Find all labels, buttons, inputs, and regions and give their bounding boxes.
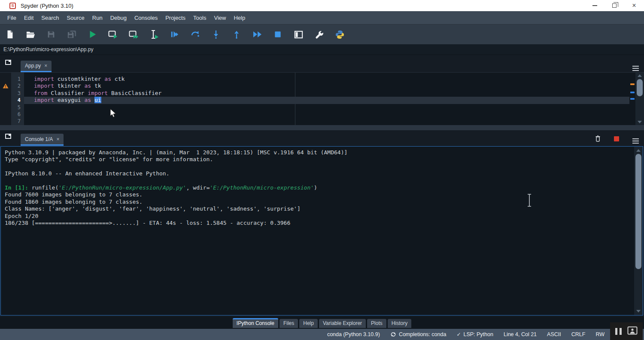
- console-scrollbar-thumb[interactable]: [635, 154, 641, 269]
- scroll-up-icon[interactable]: [638, 74, 642, 77]
- title-bar: S Spyder (Python 3.10) ×: [0, 0, 644, 11]
- pause-button[interactable]: [615, 328, 622, 335]
- minimize-button[interactable]: [585, 0, 605, 11]
- panel-tab-files[interactable]: Files: [279, 319, 298, 328]
- editor-options-button[interactable]: [630, 61, 641, 71]
- open-file-button[interactable]: [24, 27, 37, 42]
- console-text: 'E:/PythonRun/micro-expression': [210, 184, 314, 191]
- scroll-down-icon[interactable]: [636, 310, 641, 312]
- console-options-button[interactable]: [630, 134, 641, 144]
- console-text: Type "copyright", "credits" or "license"…: [5, 156, 213, 162]
- code-token: import: [34, 97, 58, 103]
- marker-flag[interactable]: [630, 98, 635, 100]
- menu-run[interactable]: Run: [88, 11, 106, 25]
- menu-consoles[interactable]: Consoles: [131, 11, 161, 25]
- editor-scrollbar-thumb[interactable]: [637, 79, 643, 96]
- console-line: Found 7600 images belonging to 7 classes…: [5, 191, 634, 198]
- marker-flag[interactable]: [630, 92, 635, 93]
- python-environment-button[interactable]: [333, 27, 346, 42]
- editor-scrollbar[interactable]: [635, 73, 644, 125]
- scroll-up-icon[interactable]: [636, 149, 641, 152]
- code-token: ctk: [115, 76, 125, 82]
- console-line: Found 1860 images belonging to 7 classes…: [5, 199, 634, 205]
- menu-edit[interactable]: Edit: [20, 11, 37, 25]
- menu-debug[interactable]: Debug: [106, 11, 131, 25]
- panel-tab-variable-explorer[interactable]: Variable Explorer: [319, 319, 366, 328]
- run-cell-button[interactable]: [106, 27, 120, 42]
- debug-file-button[interactable]: [168, 27, 182, 42]
- new-file-button[interactable]: [3, 27, 17, 42]
- step-return-button[interactable]: [230, 27, 243, 42]
- menu-search[interactable]: Search: [37, 11, 63, 25]
- close-console-icon[interactable]: ×: [56, 136, 59, 142]
- selected-text: ui: [94, 97, 101, 103]
- console-line: Type "copyright", "credits" or "license"…: [5, 156, 634, 163]
- status-rw: RW: [595, 331, 605, 337]
- editor-tab-apppy[interactable]: App.py ×: [21, 61, 52, 72]
- console-text: In [1]:: [5, 184, 32, 191]
- picture-in-picture-button[interactable]: [627, 326, 638, 337]
- preferences-button[interactable]: [312, 27, 326, 42]
- ipython-console[interactable]: Python 3.10.9 | packaged by Anaconda, In…: [0, 146, 643, 315]
- menu-file[interactable]: File: [3, 11, 20, 25]
- console-output[interactable]: Python 3.10.9 | packaged by Anaconda, In…: [1, 147, 634, 315]
- save-all-button[interactable]: [65, 27, 79, 42]
- interrupt-kernel-button[interactable]: [611, 134, 622, 144]
- pane-splitter[interactable]: [0, 125, 644, 130]
- run-cell-icon: [108, 29, 118, 40]
- menu-view[interactable]: View: [210, 11, 230, 25]
- panel-tab-history[interactable]: History: [388, 319, 411, 328]
- run-cell-advance-button[interactable]: [127, 27, 140, 42]
- console-text: runfile(: [32, 184, 59, 191]
- restore-button[interactable]: [605, 0, 624, 11]
- code-token: from: [34, 90, 51, 96]
- code-line: from Classifier import BasicClassifier: [24, 90, 629, 97]
- console-browse-tabs-button[interactable]: [5, 134, 15, 141]
- console-line: In [1]: runfile('E:/PythonRun/micro-expr…: [5, 184, 634, 191]
- console-tab-label: Console 1/A: [25, 136, 53, 142]
- editor-tab-strip: App.py ×: [0, 55, 644, 72]
- console-line: [5, 178, 634, 184]
- panel-tab-help[interactable]: Help: [299, 319, 318, 328]
- menu-projects[interactable]: Projects: [161, 11, 189, 25]
- stop-button[interactable]: [271, 27, 285, 42]
- console-scrollbar[interactable]: [634, 147, 643, 315]
- warning-flag[interactable]: [630, 83, 635, 85]
- maximize-pane-button[interactable]: [292, 27, 305, 42]
- editor-warning-gutter: [0, 73, 11, 125]
- run-current-line-button[interactable]: [188, 27, 202, 42]
- interrupt-kernel-icon: [614, 136, 619, 141]
- console-tab[interactable]: Console 1/A ×: [21, 134, 64, 146]
- editor-line-numbers: 1234567: [11, 73, 24, 125]
- restore-icon: [612, 3, 617, 8]
- run-file-button[interactable]: [85, 27, 99, 42]
- menu-tools[interactable]: Tools: [189, 11, 210, 25]
- close-button[interactable]: ×: [624, 0, 644, 11]
- save-icon: [46, 30, 56, 39]
- window-title: Spyder (Python 3.10): [21, 3, 73, 9]
- run-selection-button[interactable]: [147, 27, 161, 42]
- close-tab-icon[interactable]: ×: [44, 63, 47, 69]
- spyder-logo-icon: S: [9, 3, 16, 9]
- step-into-button[interactable]: [209, 27, 223, 42]
- remove-console-button[interactable]: [592, 133, 603, 144]
- panel-tab-plots[interactable]: Plots: [367, 319, 386, 328]
- code-token: tk: [94, 83, 101, 89]
- menu-source[interactable]: Source: [63, 11, 88, 25]
- browse-tabs-button[interactable]: [5, 60, 15, 67]
- code-token: import: [34, 76, 58, 82]
- code-editor[interactable]: 1234567 import customtkinter as ctkimpor…: [0, 72, 644, 125]
- console-line: IPython 8.10.0 -- An enhanced Interactiv…: [5, 170, 634, 177]
- console-text: ): [314, 184, 317, 191]
- scroll-down-icon[interactable]: [638, 121, 642, 123]
- console-pane: Console 1/A × Python 3.10.9 | packaged b…: [0, 130, 644, 317]
- save-button[interactable]: [44, 27, 58, 42]
- console-line: [5, 163, 634, 170]
- file-path: E:\PythonRun\micro-expression\App.py: [0, 46, 93, 52]
- panel-tab-ipython-console[interactable]: IPython Console: [233, 318, 278, 328]
- continue-button[interactable]: [250, 27, 264, 42]
- code-token: BasicClassifier: [111, 90, 161, 96]
- stop-icon: [273, 30, 282, 39]
- menu-help[interactable]: Help: [230, 11, 249, 25]
- console-text: Python 3.10.9 | packaged by Anaconda, In…: [5, 149, 347, 156]
